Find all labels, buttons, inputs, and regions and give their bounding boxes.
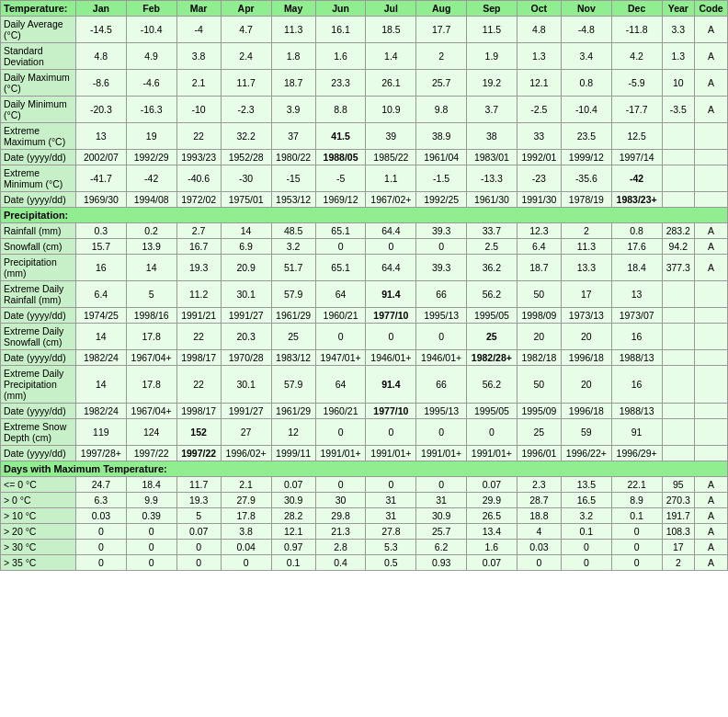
data-cell: A: [695, 540, 728, 555]
data-cell: -41.7: [76, 165, 127, 192]
data-cell: 25: [271, 324, 315, 350]
data-cell: [695, 192, 728, 208]
data-cell: 1961/29: [271, 404, 315, 419]
data-cell: 0: [416, 419, 467, 446]
data-cell: 17.7: [416, 17, 467, 43]
section-header-cell: Precipitation:: [1, 208, 728, 223]
data-cell: 1988/13: [611, 350, 662, 366]
data-cell: 11.3: [561, 239, 611, 255]
data-cell: 1953/12: [271, 192, 315, 208]
data-cell: 10.9: [366, 97, 416, 123]
data-cell: 1975/01: [221, 192, 271, 208]
data-cell: 1969/30: [76, 192, 127, 208]
data-row: > 30 °C0000.040.972.85.36.21.60.030017A: [1, 540, 728, 555]
header-jul: Jul: [366, 1, 416, 17]
data-cell: A: [695, 17, 728, 43]
data-row: Extreme Daily Precipitation (mm)1417.822…: [1, 366, 728, 404]
data-cell: 64: [315, 281, 366, 308]
data-cell: 19.3: [176, 493, 221, 508]
data-cell: 3.7: [467, 97, 518, 123]
data-cell: 11.7: [176, 477, 221, 493]
data-cell: 3.4: [561, 43, 611, 70]
data-cell: 0: [315, 419, 366, 446]
data-cell: -5: [315, 165, 366, 192]
data-cell: 57.9: [271, 366, 315, 404]
data-cell: 64: [315, 366, 366, 404]
data-cell: 30.1: [221, 281, 271, 308]
data-cell: 91: [611, 419, 662, 446]
data-cell: 0: [366, 324, 416, 350]
data-cell: 11.2: [176, 281, 221, 308]
data-cell: 2.8: [315, 540, 366, 555]
data-cell: 28.2: [271, 508, 315, 524]
data-cell: 283.2: [662, 223, 695, 239]
data-cell: 0: [611, 555, 662, 571]
data-cell: 66: [416, 366, 467, 404]
data-cell: 22: [176, 324, 221, 350]
data-cell: 1972/02: [176, 192, 221, 208]
data-cell: 17.8: [126, 366, 176, 404]
header-code: Code: [695, 1, 728, 17]
data-cell: 1960/21: [315, 404, 366, 419]
data-cell: 37: [271, 123, 315, 150]
data-cell: -5.9: [611, 70, 662, 97]
data-cell: 119: [76, 419, 127, 446]
data-cell: 18.7: [271, 70, 315, 97]
data-cell: -2.5: [517, 97, 561, 123]
data-cell: 31: [366, 493, 416, 508]
data-cell: 1995/13: [416, 308, 467, 324]
data-cell: 0: [315, 477, 366, 493]
row-label: Precipitation (mm): [1, 255, 76, 281]
data-cell: 24.7: [76, 477, 127, 493]
data-cell: 270.3: [662, 493, 695, 508]
data-cell: 38: [467, 123, 518, 150]
data-row: Daily Minimum (°C)-20.3-16.3-10-2.33.98.…: [1, 97, 728, 123]
data-cell: [662, 165, 695, 192]
row-label: Daily Minimum (°C): [1, 97, 76, 123]
data-cell: 0: [176, 555, 221, 571]
data-cell: A: [695, 508, 728, 524]
row-label: Extreme Snow Depth (cm): [1, 419, 76, 446]
data-cell: 17.6: [611, 239, 662, 255]
data-cell: 2: [416, 43, 467, 70]
data-cell: 65.1: [315, 223, 366, 239]
data-cell: 0: [176, 540, 221, 555]
data-cell: 1982/28+: [467, 350, 518, 366]
data-cell: 1991/01+: [416, 446, 467, 461]
data-cell: 5.3: [366, 540, 416, 555]
data-cell: 0: [611, 540, 662, 555]
data-cell: 2.4: [221, 43, 271, 70]
header-may: May: [271, 1, 315, 17]
section-header-row: Days with Maximum Temperature:: [1, 461, 728, 477]
header-dec: Dec: [611, 1, 662, 17]
data-cell: 33: [517, 123, 561, 150]
row-label: Extreme Daily Precipitation (mm): [1, 366, 76, 404]
data-cell: 1991/27: [221, 308, 271, 324]
data-cell: 56.2: [467, 366, 518, 404]
header-aug: Aug: [416, 1, 467, 17]
data-cell: 2.1: [176, 70, 221, 97]
data-cell: [695, 350, 728, 366]
data-cell: 94.2: [662, 239, 695, 255]
data-cell: [662, 123, 695, 150]
data-cell: -23: [517, 165, 561, 192]
data-cell: 13.9: [126, 239, 176, 255]
data-cell: [662, 308, 695, 324]
data-cell: [695, 123, 728, 150]
data-cell: 0: [467, 419, 518, 446]
data-cell: 18.8: [517, 508, 561, 524]
data-cell: 3.3: [662, 17, 695, 43]
data-cell: -4.6: [126, 70, 176, 97]
data-cell: 29.9: [467, 493, 518, 508]
row-label: Extreme Daily Rainfall (mm): [1, 281, 76, 308]
data-cell: 0.03: [76, 508, 127, 524]
data-cell: 95: [662, 477, 695, 493]
data-cell: 30.1: [221, 366, 271, 404]
data-cell: 0: [315, 324, 366, 350]
data-cell: 17: [561, 281, 611, 308]
data-cell: A: [695, 524, 728, 540]
data-cell: A: [695, 255, 728, 281]
data-cell: 3.2: [561, 508, 611, 524]
data-cell: 15.7: [76, 239, 127, 255]
data-cell: 1967/04+: [126, 350, 176, 366]
